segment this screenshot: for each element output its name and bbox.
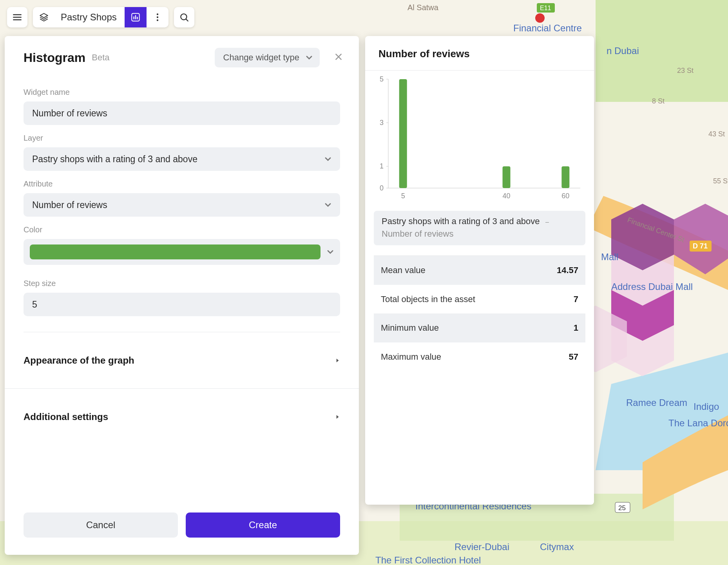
widgets-button[interactable] bbox=[125, 7, 147, 27]
svg-point-20 bbox=[157, 16, 158, 18]
widget-name-value: Number of reviews bbox=[32, 108, 107, 119]
color-select[interactable] bbox=[24, 239, 340, 265]
map-area-label: Al Satwa bbox=[407, 3, 439, 12]
appearance-label: Appearance of the graph bbox=[24, 355, 134, 366]
config-panel-header: Histogram Beta Change widget type bbox=[5, 36, 359, 78]
step-size-input[interactable]: 5 bbox=[24, 293, 340, 316]
stat-value: 57 bbox=[569, 352, 578, 362]
config-form: Widget name Number of reviews Layer Past… bbox=[5, 78, 359, 332]
cancel-button[interactable]: Cancel bbox=[24, 512, 178, 538]
source-attribute: Number of reviews bbox=[382, 229, 578, 239]
svg-text:5: 5 bbox=[380, 75, 384, 83]
color-label: Color bbox=[24, 225, 340, 234]
close-icon bbox=[334, 53, 343, 61]
source-layer: Pastry shops with a rating of 3 and abov… bbox=[382, 216, 540, 226]
menu-button[interactable] bbox=[7, 7, 27, 27]
statistics-list: Mean value 14.57 Total objects in the as… bbox=[374, 255, 585, 371]
kebab-icon bbox=[152, 12, 163, 22]
svg-text:60: 60 bbox=[561, 192, 569, 200]
svg-text:5: 5 bbox=[401, 192, 405, 200]
hamburger-icon bbox=[12, 12, 22, 22]
chevron-right-icon bbox=[335, 414, 340, 420]
svg-point-19 bbox=[157, 13, 158, 15]
layers-button[interactable] bbox=[33, 7, 55, 27]
map-poi-label: n Dubai bbox=[607, 45, 639, 56]
layer-value: Pastry shops with a rating of 3 and abov… bbox=[32, 154, 197, 165]
map-poi-label: Address Dubai Mall bbox=[611, 281, 693, 292]
widget-preview-panel: Number of reviews 013554060 Pastry shops… bbox=[365, 36, 594, 505]
chevron-down-icon bbox=[327, 248, 334, 255]
map-road-label: 55 St bbox=[713, 177, 728, 185]
change-widget-type-select[interactable]: Change widget type bbox=[215, 48, 320, 67]
svg-point-11 bbox=[535, 13, 545, 23]
svg-text:0: 0 bbox=[380, 184, 384, 192]
svg-text:E11: E11 bbox=[540, 5, 551, 11]
project-title[interactable]: Pastry Shops bbox=[55, 7, 125, 27]
color-swatch bbox=[30, 244, 321, 259]
svg-rect-37 bbox=[503, 166, 511, 188]
create-button[interactable]: Create bbox=[186, 512, 340, 538]
stat-label: Minimum value bbox=[381, 322, 439, 334]
svg-text:D 71: D 71 bbox=[693, 242, 708, 250]
layer-label: Layer bbox=[24, 134, 340, 143]
chevron-down-icon bbox=[324, 201, 331, 208]
attribute-value: Number of reviews bbox=[32, 200, 107, 210]
stat-row-min: Minimum value 1 bbox=[374, 313, 585, 342]
stat-row-total: Total objects in the asset 7 bbox=[374, 285, 585, 314]
chevron-right-icon bbox=[335, 358, 340, 363]
svg-point-21 bbox=[157, 19, 158, 21]
stat-value: 1 bbox=[574, 323, 578, 333]
attribute-select[interactable]: Number of reviews bbox=[24, 193, 340, 217]
histogram-chart: 013554060 bbox=[365, 71, 594, 204]
stat-label: Total objects in the asset bbox=[381, 293, 475, 305]
map-poi-label: The First Collection Hotel bbox=[375, 555, 481, 565]
stat-label: Maximum value bbox=[381, 351, 441, 363]
beta-badge: Beta bbox=[92, 53, 109, 63]
more-button[interactable] bbox=[147, 7, 168, 27]
map-road-label: 23 St bbox=[677, 67, 694, 74]
step-value: 5 bbox=[32, 299, 37, 310]
preview-title: Number of reviews bbox=[378, 48, 581, 60]
svg-rect-38 bbox=[561, 166, 569, 188]
layer-select[interactable]: Pastry shops with a rating of 3 and abov… bbox=[24, 147, 340, 171]
config-title: Histogram bbox=[24, 51, 85, 65]
widget-name-label: Widget name bbox=[24, 88, 340, 97]
search-button[interactable] bbox=[174, 7, 194, 27]
map-poi-label: Indigo bbox=[694, 401, 719, 412]
map-poi-label: The Lana Dorches bbox=[668, 418, 728, 428]
map-poi-label: Citymax bbox=[540, 541, 574, 552]
top-toolbar: Pastry Shops bbox=[7, 7, 194, 27]
stat-row-max: Maximum value 57 bbox=[374, 342, 585, 371]
map-poi-label: Mall bbox=[601, 252, 618, 262]
map-poi-label: Ramee Dream bbox=[626, 397, 687, 408]
step-label: Step size bbox=[24, 279, 340, 288]
config-footer: Cancel Create bbox=[5, 502, 359, 555]
stat-value: 14.57 bbox=[557, 265, 578, 275]
map-road-label: 43 St bbox=[708, 130, 725, 138]
appearance-section-toggle[interactable]: Appearance of the graph bbox=[5, 332, 359, 389]
project-group: Pastry Shops bbox=[33, 7, 168, 27]
svg-text:3: 3 bbox=[380, 119, 384, 127]
additional-label: Additional settings bbox=[24, 411, 108, 422]
map-poi-label: Revier-Dubai bbox=[455, 541, 509, 552]
svg-text:1: 1 bbox=[380, 162, 384, 170]
stat-row-mean: Mean value 14.57 bbox=[374, 256, 585, 285]
data-source-box: Pastry shops with a rating of 3 and abov… bbox=[374, 211, 585, 245]
stat-value: 7 bbox=[574, 294, 578, 304]
close-button[interactable] bbox=[331, 53, 346, 63]
layers-icon bbox=[39, 12, 49, 22]
widget-config-panel: Histogram Beta Change widget type Widget… bbox=[5, 36, 359, 555]
svg-rect-36 bbox=[399, 79, 407, 188]
svg-text:25: 25 bbox=[618, 504, 626, 512]
map-poi-label: Financial Centre bbox=[513, 23, 582, 33]
additional-section-toggle[interactable]: Additional settings bbox=[5, 389, 359, 445]
widget-name-input[interactable]: Number of reviews bbox=[24, 101, 340, 125]
bar-chart-icon bbox=[130, 12, 141, 22]
chevron-down-icon bbox=[324, 156, 331, 163]
stat-label: Mean value bbox=[381, 264, 426, 276]
change-type-label: Change widget type bbox=[223, 53, 299, 63]
svg-text:40: 40 bbox=[503, 192, 511, 200]
search-icon bbox=[179, 12, 189, 22]
source-separator: – bbox=[545, 219, 549, 225]
attribute-label: Attribute bbox=[24, 179, 340, 188]
